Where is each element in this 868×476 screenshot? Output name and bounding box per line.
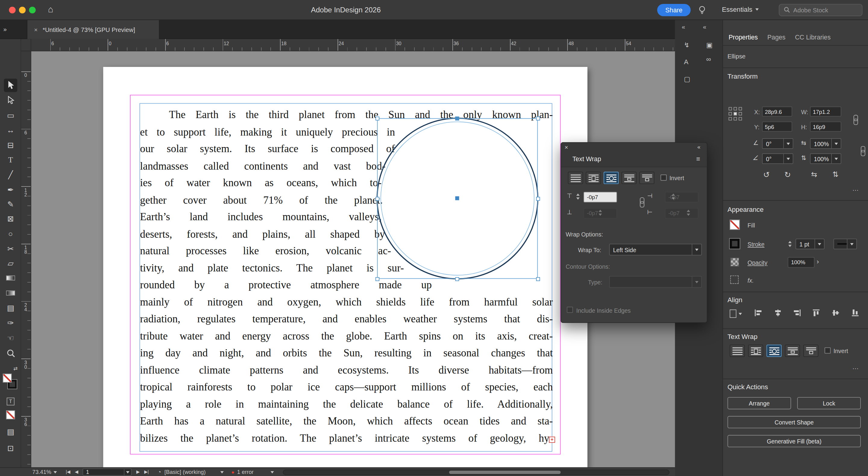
selection-handle-nw[interactable] bbox=[375, 117, 379, 121]
rectangle-frame-tool[interactable]: ⊠ bbox=[4, 212, 17, 225]
preflight-errors-dropdown[interactable]: 1 error bbox=[237, 469, 274, 475]
last-page-button[interactable]: ▶| bbox=[144, 470, 149, 475]
bottom-offset-field[interactable]: -0p7 bbox=[584, 208, 617, 218]
vertical-ruler[interactable]: 0 6 12 18 24 30 36 bbox=[21, 51, 31, 469]
character-styles-panel-icon[interactable]: A bbox=[684, 58, 688, 66]
wrap-object-shape-button[interactable] bbox=[767, 345, 781, 357]
share-button[interactable]: Share bbox=[657, 4, 690, 16]
h-field[interactable]: 16p9 bbox=[810, 122, 841, 132]
chevron-down-icon[interactable] bbox=[739, 313, 742, 315]
minimize-window-button[interactable] bbox=[19, 7, 26, 13]
arrange-button[interactable]: Arrange bbox=[727, 397, 791, 409]
collapse-dock-icon[interactable]: « bbox=[682, 24, 685, 30]
fill-swatch[interactable] bbox=[730, 220, 740, 229]
align-left-button[interactable] bbox=[754, 309, 763, 317]
flip-horizontal-icon[interactable]: ⇆ bbox=[801, 139, 806, 147]
hand-tool[interactable]: ☜ bbox=[4, 331, 17, 344]
page-tool[interactable]: ▭ bbox=[4, 109, 17, 122]
zoom-window-button[interactable] bbox=[29, 7, 36, 13]
horizontal-scrollbar[interactable] bbox=[283, 469, 670, 475]
collapse-panel-icon[interactable]: « bbox=[698, 144, 701, 150]
wrap-object-shape-button[interactable] bbox=[604, 172, 619, 184]
invert-checkbox[interactable] bbox=[661, 174, 667, 181]
rotation-dropdown[interactable]: 0° bbox=[762, 138, 793, 149]
document-tab[interactable]: × *Untitled-4 @ 73% [GPU Preview] bbox=[27, 20, 160, 39]
reference-point-proxy[interactable] bbox=[728, 107, 742, 120]
opacity-label[interactable]: Opacity bbox=[747, 259, 767, 266]
screen-mode-button[interactable]: ▤ bbox=[4, 425, 17, 438]
adobe-stock-search[interactable]: Adobe Stock bbox=[779, 4, 863, 16]
wrap-to-dropdown[interactable]: Left Side bbox=[609, 244, 702, 255]
apply-none-button[interactable] bbox=[6, 410, 15, 419]
tab-properties[interactable]: Properties bbox=[728, 34, 758, 41]
zoom-level-dropdown[interactable]: 73.41% bbox=[32, 469, 57, 475]
wrap-jump-next-column-button[interactable] bbox=[639, 172, 654, 184]
constrain-scale-icon[interactable] bbox=[860, 146, 865, 155]
selection-handle-ne[interactable] bbox=[536, 117, 540, 121]
link-dimensions-icon[interactable] bbox=[852, 115, 858, 124]
stroke-panel-icon[interactable]: ↯ bbox=[684, 41, 689, 49]
wrap-jump-object-button[interactable] bbox=[621, 172, 637, 184]
stroke-weight-dropdown[interactable]: 1 pt bbox=[796, 239, 825, 249]
layers-panel-icon[interactable]: ▣ bbox=[706, 41, 712, 49]
first-page-button[interactable]: |◀ bbox=[66, 470, 70, 475]
gradient-feather-tool[interactable] bbox=[4, 286, 17, 299]
link-offsets-icon[interactable] bbox=[639, 197, 644, 207]
opacity-field[interactable]: 100% bbox=[788, 257, 815, 267]
w-field[interactable]: 17p1.2 bbox=[810, 107, 841, 117]
include-inside-edges-checkbox[interactable] bbox=[567, 307, 573, 313]
stroke-weight-stepper[interactable] bbox=[788, 240, 793, 249]
fx-label[interactable]: fx. bbox=[747, 277, 754, 284]
wrap-bounding-box-button[interactable] bbox=[586, 172, 601, 184]
line-tool[interactable]: ╱ bbox=[4, 168, 17, 181]
y-field[interactable]: 5p6 bbox=[762, 122, 792, 132]
rotate-cw-button[interactable]: ↻ bbox=[784, 170, 791, 179]
lightbulb-icon[interactable] bbox=[698, 5, 707, 15]
fill-swatch[interactable] bbox=[3, 374, 12, 383]
convert-shape-button[interactable]: Convert Shape bbox=[727, 416, 861, 429]
pages-panel-icon[interactable]: ▢ bbox=[684, 75, 690, 83]
more-transform-options-button[interactable]: ··· bbox=[852, 186, 858, 193]
align-center-vertical-button[interactable] bbox=[832, 309, 840, 317]
note-tool[interactable]: ▤ bbox=[4, 301, 17, 315]
preflight-profile-dropdown[interactable]: [Basic] (working) bbox=[164, 469, 224, 475]
close-window-button[interactable] bbox=[9, 7, 16, 13]
panel-expand-icon[interactable]: » bbox=[3, 26, 7, 32]
wrap-jump-next-column-button[interactable] bbox=[803, 345, 818, 357]
invert-checkbox[interactable] bbox=[825, 347, 831, 353]
align-center-horizontal-button[interactable] bbox=[774, 309, 782, 317]
align-top-button[interactable] bbox=[812, 309, 821, 317]
horizontal-ruler[interactable]: 6 0 6 12 18 24 30 36 42 48 54 bbox=[31, 39, 675, 52]
workspace-switcher[interactable]: Essentials bbox=[722, 6, 758, 13]
overset-text-indicator[interactable]: + bbox=[549, 437, 555, 443]
wrap-none-button[interactable] bbox=[730, 345, 745, 357]
align-to-icon[interactable] bbox=[730, 309, 736, 318]
ellipse-tool[interactable]: ○ bbox=[4, 227, 17, 240]
contour-type-dropdown[interactable] bbox=[609, 276, 702, 288]
pen-tool[interactable]: ✒ bbox=[4, 183, 17, 196]
align-bottom-button[interactable] bbox=[851, 309, 860, 317]
wrap-bounding-box-button[interactable] bbox=[748, 345, 763, 357]
swap-fill-stroke-icon[interactable]: ⇄ bbox=[13, 366, 18, 372]
selection-handle-sw[interactable] bbox=[375, 277, 379, 281]
previous-page-button[interactable]: ◀ bbox=[75, 470, 78, 475]
gap-tool[interactable]: ↔ bbox=[4, 123, 17, 136]
scissors-tool[interactable]: ✂ bbox=[4, 242, 17, 255]
content-collector-tool[interactable]: ⊟ bbox=[4, 138, 17, 152]
object-center-point[interactable] bbox=[455, 196, 459, 200]
links-panel-icon[interactable]: ∞ bbox=[706, 55, 711, 63]
selection-handle-n[interactable] bbox=[455, 117, 459, 121]
shear-dropdown[interactable]: 0° bbox=[762, 153, 793, 164]
eyedropper-tool[interactable]: ✑ bbox=[4, 316, 17, 329]
ruler-origin-corner[interactable] bbox=[21, 39, 31, 52]
selection-handle-s[interactable] bbox=[455, 277, 459, 281]
page-number-field[interactable]: 1 bbox=[83, 469, 132, 476]
formatting-affects-text-button[interactable]: T bbox=[4, 395, 17, 408]
panel-menu-icon[interactable]: ≡ bbox=[696, 155, 700, 163]
home-icon[interactable]: ⌂ bbox=[48, 4, 53, 14]
lock-button[interactable]: Lock bbox=[797, 397, 861, 409]
right-offset-field[interactable]: -0p7 bbox=[665, 208, 698, 218]
collapse-dock-icon[interactable]: « bbox=[703, 24, 706, 30]
pencil-tool[interactable]: ✎ bbox=[4, 197, 17, 211]
free-transform-tool[interactable]: ▱ bbox=[4, 256, 17, 269]
